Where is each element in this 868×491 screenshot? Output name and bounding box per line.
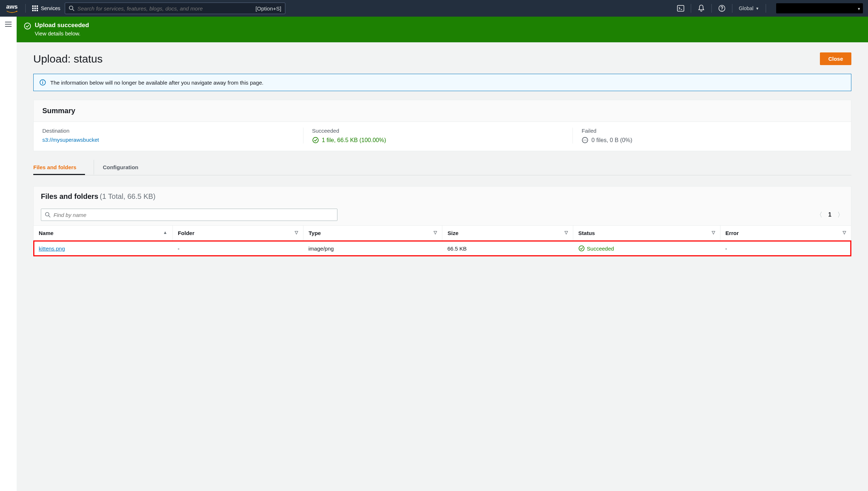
svg-line-1: [72, 9, 74, 11]
files-title: Files and folders: [41, 192, 98, 200]
svg-point-14: [586, 140, 587, 141]
failed-label: Failed: [582, 128, 835, 134]
notifications-icon[interactable]: [698, 5, 705, 12]
summary-heading: Summary: [42, 107, 842, 115]
ellipsis-circle-icon: [582, 137, 588, 144]
divider: [25, 4, 26, 13]
banner-title: Upload succeeded: [35, 22, 89, 29]
find-by-name[interactable]: [41, 209, 337, 221]
grid-icon: [32, 5, 38, 11]
page-next[interactable]: 〉: [837, 210, 844, 219]
svg-rect-9: [42, 82, 43, 84]
page-number: 1: [828, 212, 831, 218]
file-status: Succeeded: [578, 245, 715, 252]
global-search[interactable]: [Option+S]: [65, 3, 285, 14]
search-input[interactable]: [77, 5, 253, 12]
file-name-link[interactable]: kittens.png: [39, 246, 65, 252]
col-name[interactable]: Name▲: [34, 226, 173, 241]
alert-message: The information below will no longer be …: [50, 80, 264, 86]
col-size[interactable]: Size▽: [442, 226, 573, 241]
summary-panel: Summary Destination s3://mysuperawsbucke…: [33, 100, 851, 151]
sort-icon: ▽: [843, 230, 846, 235]
info-alert: The information below will no longer be …: [33, 74, 851, 91]
failed-value: 0 files, 0 B (0%): [591, 137, 632, 144]
tab-configuration[interactable]: Configuration: [94, 160, 147, 175]
succeeded-label: Succeeded: [312, 128, 566, 134]
sort-icon: ▽: [295, 230, 298, 235]
upload-success-banner: Upload succeeded View details below.: [17, 17, 868, 42]
files-count: (1 Total, 66.5 KB): [100, 192, 156, 200]
top-navigation: aws Services [Option+S] Global ▼ ▼: [0, 0, 868, 17]
find-input[interactable]: [54, 212, 333, 218]
svg-point-15: [46, 213, 49, 216]
svg-rect-2: [677, 5, 684, 11]
tab-files-and-folders[interactable]: Files and folders: [33, 160, 85, 175]
files-panel: Files and folders (1 Total, 66.5 KB) 〈 1…: [33, 186, 851, 256]
services-label: Services: [41, 5, 60, 11]
svg-point-5: [722, 10, 722, 10]
table-row: kittens.png - image/png 66.5 KB Succeede…: [34, 241, 851, 256]
search-icon: [45, 212, 51, 218]
services-menu[interactable]: Services: [32, 5, 60, 11]
region-label: Global: [739, 5, 753, 11]
region-selector[interactable]: Global ▼: [739, 5, 759, 11]
check-circle-icon: [24, 22, 31, 30]
col-error[interactable]: Error▽: [720, 226, 851, 241]
cloudshell-icon[interactable]: [677, 5, 684, 12]
destination-label: Destination: [42, 128, 296, 134]
sort-icon: ▽: [712, 230, 715, 235]
sort-icon: ▽: [434, 230, 437, 235]
file-type: image/png: [303, 241, 442, 256]
svg-point-0: [69, 6, 73, 10]
info-icon: [39, 79, 46, 86]
file-error: -: [720, 241, 851, 256]
close-button[interactable]: Close: [820, 52, 851, 65]
svg-point-10: [313, 137, 318, 143]
pagination: 〈 1 〉: [816, 210, 844, 219]
sort-icon: ▽: [565, 230, 568, 235]
search-icon: [69, 5, 75, 11]
tabs: Files and folders Configuration: [33, 160, 851, 175]
svg-point-17: [579, 246, 584, 251]
caret-down-icon: ▼: [756, 7, 759, 10]
col-status[interactable]: Status▽: [573, 226, 720, 241]
account-menu[interactable]: ▼: [776, 3, 863, 13]
svg-line-16: [49, 216, 51, 218]
help-icon[interactable]: [718, 5, 726, 12]
caret-down-icon: ▼: [857, 7, 861, 11]
divider: [691, 4, 691, 13]
page-title: Upload: status: [33, 53, 103, 65]
succeeded-value: 1 file, 66.5 KB (100.00%): [322, 137, 386, 144]
file-folder: -: [173, 241, 303, 256]
left-rail: [0, 17, 17, 491]
col-folder[interactable]: Folder▽: [173, 226, 303, 241]
svg-point-13: [585, 140, 586, 141]
aws-smile-icon: [5, 10, 19, 13]
sort-asc-icon: ▲: [163, 230, 167, 235]
col-type[interactable]: Type▽: [303, 226, 442, 241]
divider: [766, 4, 766, 13]
check-circle-icon: [578, 245, 585, 252]
check-circle-icon: [312, 137, 319, 144]
page-prev[interactable]: 〈: [816, 210, 822, 219]
svg-point-6: [25, 23, 31, 29]
hamburger-icon[interactable]: [5, 22, 12, 27]
destination-link[interactable]: s3://mysuperawsbucket: [42, 137, 99, 143]
search-shortcut: [Option+S]: [255, 5, 281, 12]
file-size: 66.5 KB: [442, 241, 573, 256]
files-table: Name▲ Folder▽ Type▽ Size▽ Status▽ Error▽…: [34, 225, 851, 256]
svg-point-8: [42, 81, 43, 81]
banner-subtitle: View details below.: [35, 30, 89, 37]
svg-point-12: [584, 140, 584, 141]
divider: [732, 4, 732, 13]
aws-logo[interactable]: aws: [5, 3, 19, 13]
divider: [711, 4, 712, 13]
